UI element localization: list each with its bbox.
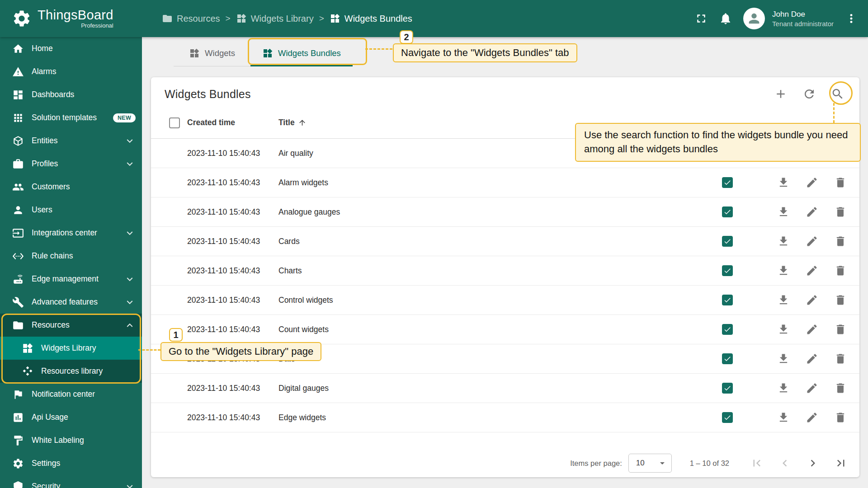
download-icon[interactable] [777,411,790,424]
items-per-page-label: Items per page: [570,459,622,468]
refresh-button[interactable] [802,87,816,101]
sidebar-item-dashboards[interactable]: Dashboards [0,83,142,106]
created-time-cell: 2023-11-10 15:40:43 [187,266,278,276]
delete-icon[interactable] [834,176,847,189]
download-icon[interactable] [777,235,790,248]
profiles-icon [12,158,24,170]
system-checkbox[interactable] [722,177,733,188]
table-row[interactable]: 2023-11-10 15:40:43 Control widgets [151,286,859,315]
sidebar-item-label: Rule chains [32,251,136,261]
edit-icon[interactable] [806,382,818,394]
next-page-button[interactable] [806,456,820,470]
delete-icon[interactable] [834,206,847,218]
edit-icon[interactable] [806,235,818,248]
table-row[interactable]: 2023-11-10 15:40:43 Analogue gauges [151,197,859,227]
system-checkbox[interactable] [722,324,733,335]
download-icon[interactable] [777,352,790,365]
sidebar-item-edge-management[interactable]: Edge management [0,267,142,291]
download-icon[interactable] [777,294,790,306]
sidebar-item-alarms[interactable]: Alarms [0,60,142,83]
sidebar-item-resources[interactable]: Resources [0,314,142,337]
breadcrumb-resources[interactable]: Resources [162,13,220,24]
table-row[interactable]: 2023-11-10 15:40:43 Cards [151,227,859,256]
sidebar-item-solution-templates[interactable]: Solution templates NEW [0,106,142,129]
delete-icon[interactable] [834,382,847,394]
download-icon[interactable] [777,323,790,336]
check-icon [723,267,731,275]
sidebar-item-advanced-features[interactable]: Advanced features [0,291,142,314]
top-bar: ThingsBoard Professional Resources > Wid… [0,0,868,37]
page-size-select[interactable]: 10 [628,454,672,473]
delete-icon[interactable] [834,323,847,336]
sidebar-item-security[interactable]: Security [0,475,142,488]
delete-icon[interactable] [834,411,847,424]
download-icon[interactable] [777,264,790,277]
sidebar-item-users[interactable]: Users [0,198,142,221]
table-row[interactable]: 2023-11-10 15:40:43 Digital gauges [151,374,859,403]
first-page-button[interactable] [750,456,764,470]
sidebar-item-api-usage[interactable]: Api Usage [0,406,142,429]
fullscreen-icon[interactable] [694,12,708,25]
last-page-button[interactable] [834,456,848,470]
select-all-checkbox[interactable] [169,117,180,128]
sidebar-item-rule-chains[interactable]: Rule chains [0,244,142,267]
sidebar-item-white-labeling[interactable]: White Labeling [0,429,142,452]
table-row[interactable]: 2023-11-10 15:40:43 Edge widgets [151,403,859,432]
breadcrumb-widgets-bundles[interactable]: Widgets Bundles [330,13,412,24]
edit-icon[interactable] [806,411,818,424]
column-header-created-time[interactable]: Created time [187,118,278,127]
delete-icon[interactable] [834,235,847,248]
notifications-bell-icon[interactable] [719,12,732,25]
system-checkbox[interactable] [722,383,733,394]
system-checkbox[interactable] [722,265,733,276]
delete-icon[interactable] [834,352,847,365]
users-icon [12,204,24,216]
system-checkbox[interactable] [722,295,733,305]
system-checkbox[interactable] [722,353,733,364]
title-cell: Analogue gauges [278,207,722,217]
avatar[interactable] [743,8,765,29]
system-checkbox[interactable] [722,206,733,217]
advanced-features-icon [12,296,24,308]
add-button[interactable] [774,87,788,101]
table-row[interactable]: 2023-11-10 15:40:43 Alarm widgets [151,168,859,197]
breadcrumb-widgets-library[interactable]: Widgets Library [236,13,314,24]
sidebar-item-settings[interactable]: Settings [0,452,142,475]
edit-icon[interactable] [806,206,818,218]
edit-icon[interactable] [806,323,818,336]
brand-name: ThingsBoard [38,8,113,22]
edit-icon[interactable] [806,264,818,277]
sidebar-item-entities[interactable]: Entities [0,129,142,152]
download-icon[interactable] [777,176,790,189]
previous-page-button[interactable] [778,456,792,470]
sidebar-item-home[interactable]: Home [0,37,142,60]
sidebar-item-notification-center[interactable]: Notification center [0,383,142,406]
edit-icon[interactable] [806,176,818,189]
tab-widgets[interactable]: Widgets [174,41,250,66]
table-row[interactable]: 2023-11-10 15:40:43 Charts [151,256,859,286]
sidebar: Home Alarms Dashboards Solution template… [0,37,142,488]
download-icon[interactable] [777,382,790,394]
column-header-title[interactable]: Title [278,118,307,127]
edit-icon[interactable] [806,294,818,306]
kebab-menu-icon[interactable] [844,12,858,25]
sidebar-item-widgets-library[interactable]: Widgets Library [0,337,142,360]
sidebar-item-label: Widgets Library [41,343,136,353]
download-icon[interactable] [777,206,790,218]
system-checkbox[interactable] [722,236,733,247]
table-row[interactable]: 2023-11-10 15:40:43 Count widgets [151,315,859,344]
tab-widgets-bundles[interactable]: Widgets Bundles [250,41,353,66]
sidebar-item-label: Notification center [32,389,136,399]
sidebar-item-label: Home [32,44,136,53]
sidebar-item-integrations-center[interactable]: Integrations center [0,221,142,244]
main-content: Widgets Widgets Bundles Widgets Bundles … [142,37,868,488]
sidebar-item-customers[interactable]: Customers [0,175,142,198]
delete-icon[interactable] [834,294,847,306]
user-role: Tenant administrator [772,20,834,28]
delete-icon[interactable] [834,264,847,277]
search-button[interactable] [831,87,844,101]
sidebar-item-resources-library[interactable]: Resources library [0,360,142,383]
system-checkbox[interactable] [722,412,733,423]
sidebar-item-profiles[interactable]: Profiles [0,152,142,175]
edit-icon[interactable] [806,352,818,365]
